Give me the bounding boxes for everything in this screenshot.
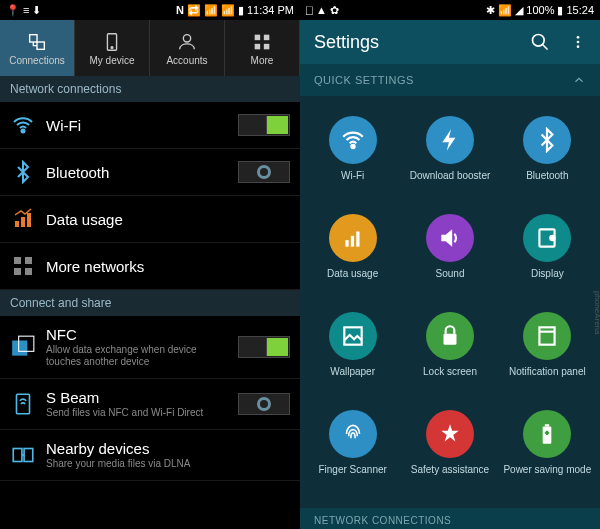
svg-rect-19 — [17, 394, 30, 414]
panel-icon — [534, 323, 560, 349]
tab-label: My device — [89, 55, 134, 66]
quick-settings-grid: Wi-Fi Download booster Bluetooth Data us… — [300, 96, 600, 508]
sbeam-toggle[interactable] — [238, 393, 290, 415]
svg-point-22 — [533, 35, 545, 47]
bluetooth-icon — [534, 127, 560, 153]
row-sbeam[interactable]: S Beam Send files via NFC and Wi-Fi Dire… — [0, 379, 300, 430]
qs-finger-scanner[interactable]: Finger Scanner — [304, 400, 401, 498]
svg-rect-0 — [30, 34, 37, 41]
battery-pct: 100% — [526, 4, 554, 16]
row-nearby[interactable]: Nearby devices Share your media files vi… — [0, 430, 300, 481]
svg-point-9 — [22, 130, 25, 133]
svg-rect-28 — [350, 236, 353, 247]
nfc-icon: N — [176, 4, 184, 16]
qs-download-booster[interactable]: Download booster — [401, 106, 498, 204]
status-left-icons: 📍 ≡ ⬇ — [6, 4, 41, 17]
sbeam-icon — [10, 391, 36, 417]
nfc-toggle[interactable] — [238, 336, 290, 358]
screenshot-icon: ⎕ — [306, 4, 313, 16]
sbeam-sub: Send files via NFC and Wi-Fi Direct — [46, 407, 228, 419]
svg-rect-6 — [264, 34, 270, 40]
signal-icon-2: 📶 — [221, 4, 235, 17]
bluetooth-status-icon: ✱ — [486, 4, 495, 17]
battery-icon: ▮ — [238, 4, 244, 17]
svg-point-23 — [577, 36, 580, 39]
quick-settings-header[interactable]: QUICK SETTINGS — [300, 64, 600, 96]
qs-wifi[interactable]: Wi-Fi — [304, 106, 401, 204]
svg-rect-32 — [344, 327, 361, 344]
battery-save-icon — [534, 421, 560, 447]
wifi-toggle[interactable] — [238, 114, 290, 136]
warning-icon: ▲ — [316, 4, 327, 16]
section-network: Network connections — [0, 76, 300, 102]
qs-safety-assistance[interactable]: Safety assistance — [401, 400, 498, 498]
svg-rect-10 — [15, 221, 19, 227]
status-left-icons-r: ⎕ ▲ ✿ — [306, 4, 339, 17]
nearby-sub: Share your media files via DLNA — [46, 458, 290, 470]
qs-display[interactable]: Display — [499, 204, 596, 302]
gps-icon: 📍 — [6, 4, 20, 17]
qs-lock-screen[interactable]: Lock screen — [401, 302, 498, 400]
svg-point-3 — [111, 46, 113, 48]
network-connections-header[interactable]: NETWORK CONNECTIONS — [300, 508, 600, 529]
svg-rect-15 — [14, 268, 21, 275]
svg-rect-27 — [345, 240, 348, 247]
svg-rect-17 — [12, 341, 27, 356]
wifi-status-icon: 📶 — [498, 4, 512, 17]
safety-icon — [437, 421, 463, 447]
display-icon — [534, 225, 560, 251]
svg-rect-21 — [24, 449, 33, 462]
clock: 11:34 PM — [247, 4, 294, 16]
bars-icon — [340, 225, 366, 251]
nfc-sub: Allow data exchange when device touches … — [46, 344, 228, 368]
svg-point-25 — [577, 45, 580, 48]
row-wifi[interactable]: Wi-Fi — [0, 102, 300, 149]
chevron-up-icon — [572, 73, 586, 87]
more-networks-icon — [10, 253, 36, 279]
bluetooth-toggle[interactable] — [238, 161, 290, 183]
qs-sound[interactable]: Sound — [401, 204, 498, 302]
qs-power-saving[interactable]: Power saving mode — [499, 400, 596, 498]
right-phone: ⎕ ▲ ✿ ✱ 📶 ◢ 100% ▮ 15:24 Settings QUICK … — [300, 0, 600, 529]
svg-rect-5 — [255, 34, 260, 40]
tab-my-device[interactable]: My device — [75, 20, 150, 76]
qs-notification-panel[interactable]: Notification panel — [499, 302, 596, 400]
qs-label: QUICK SETTINGS — [314, 74, 414, 86]
data-usage-icon — [10, 206, 36, 232]
nearby-icon — [10, 442, 36, 468]
row-bluetooth[interactable]: Bluetooth — [0, 149, 300, 196]
connections-icon — [26, 31, 48, 53]
row-data-usage[interactable]: Data usage — [0, 196, 300, 243]
search-icon[interactable] — [530, 32, 550, 52]
tab-connections[interactable]: Connections — [0, 20, 75, 76]
wallpaper-icon — [340, 323, 366, 349]
tab-accounts[interactable]: Accounts — [150, 20, 225, 76]
wifi-title: Wi-Fi — [46, 117, 228, 134]
overflow-menu-icon[interactable] — [570, 32, 586, 52]
tab-more[interactable]: More — [225, 20, 300, 76]
svg-rect-34 — [540, 327, 555, 344]
status-bar-right: ⎕ ▲ ✿ ✱ 📶 ◢ 100% ▮ 15:24 — [300, 0, 600, 20]
svg-rect-11 — [21, 217, 25, 227]
tab-label: Connections — [9, 55, 65, 66]
svg-rect-14 — [25, 257, 32, 264]
data-usage-title: Data usage — [46, 211, 290, 228]
row-nfc[interactable]: NFC Allow data exchange when device touc… — [0, 316, 300, 379]
status-right-icons-r: ✱ 📶 ◢ 100% ▮ 15:24 — [486, 4, 594, 17]
tab-label: Accounts — [166, 55, 207, 66]
wifi-icon — [340, 127, 366, 153]
nearby-title: Nearby devices — [46, 440, 290, 457]
download-icon: ⬇ — [32, 4, 41, 17]
qs-bluetooth[interactable]: Bluetooth — [499, 106, 596, 204]
accounts-icon — [176, 31, 198, 53]
page-title: Settings — [314, 32, 379, 53]
svg-rect-12 — [27, 213, 31, 227]
qs-data-usage[interactable]: Data usage — [304, 204, 401, 302]
svg-rect-37 — [545, 424, 549, 426]
svg-rect-29 — [356, 232, 359, 247]
status-bar-left: 📍 ≡ ⬇ N 🔁 📶 📶 ▮ 11:34 PM — [0, 0, 300, 20]
fingerprint-icon — [340, 421, 366, 447]
svg-point-26 — [351, 145, 354, 148]
qs-wallpaper[interactable]: Wallpaper — [304, 302, 401, 400]
row-more-networks[interactable]: More networks — [0, 243, 300, 290]
